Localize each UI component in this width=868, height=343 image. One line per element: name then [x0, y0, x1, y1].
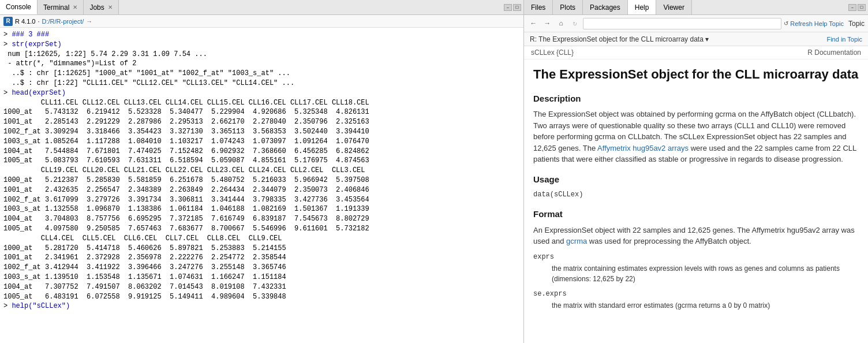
project-path[interactable]: D:/R/R-project/ — [42, 18, 84, 25]
topic-label: Topic — [848, 20, 865, 28]
param-exprs-desc: the matrix containing estimates expressi… — [552, 263, 859, 284]
section-usage-heading: Usage — [533, 173, 859, 187]
terminal-close-icon[interactable]: ✕ — [73, 4, 77, 10]
refresh-help-topic-button[interactable]: ↺ Refresh Help Topic — [784, 20, 844, 27]
param-seexprs-desc: the matrix with standard error estimates… — [552, 300, 859, 311]
minimize-button[interactable]: – — [504, 4, 512, 11]
refresh-help-label: Refresh Help Topic — [790, 20, 844, 27]
right-minimize-button[interactable]: – — [848, 4, 856, 11]
tab-console[interactable]: Console — [0, 0, 38, 14]
section-description-heading: Description — [533, 92, 859, 106]
tab-plots[interactable]: Plots — [553, 0, 583, 14]
viewer-tab-label: Viewer — [663, 3, 684, 12]
path-bar: R R 4.1.0 · D:/R/R-project/ → — [0, 15, 523, 28]
help-breadcrumb[interactable]: R: The ExpressionSet object for the CLL … — [530, 35, 823, 43]
section-format-heading: Format — [533, 208, 859, 221]
find-in-topic-button[interactable]: Find in Topic — [826, 36, 862, 43]
maximize-button[interactable]: □ — [513, 4, 521, 11]
help-title: The ExpressionSet object for the CLL mic… — [533, 66, 859, 83]
forward-button[interactable]: → — [541, 18, 553, 29]
jobs-tab-label: Jobs — [89, 3, 104, 12]
packages-tab-label: Packages — [590, 3, 620, 12]
console-area[interactable]: > ### 3 ### > str(exprSet) num [1:12625,… — [0, 28, 523, 343]
right-window-controls: – □ — [848, 0, 868, 14]
doc-meta: sCLLex {CLL} R Documentation — [524, 46, 868, 59]
path-separator: · — [38, 18, 39, 25]
right-tab-bar: Files Plots Packages Help Viewer – □ — [524, 0, 868, 15]
back-button[interactable]: ← — [527, 18, 539, 29]
help-tab-label: Help — [635, 3, 649, 12]
right-toolbar: ← → ⌂ ↻ ↺ Refresh Help Topic Topic — [524, 15, 868, 32]
console-tab-label: Console — [6, 3, 31, 11]
left-window-controls: – □ — [504, 0, 523, 14]
right-panel: Files Plots Packages Help Viewer – □ ← →… — [524, 0, 868, 343]
tab-viewer[interactable]: Viewer — [656, 0, 691, 14]
param-exprs-name: exprs — [533, 252, 859, 262]
package-ref: sCLLex {CLL} — [531, 49, 574, 57]
home-button[interactable]: ⌂ — [555, 18, 567, 29]
files-tab-label: Files — [531, 3, 545, 12]
tab-help[interactable]: Help — [628, 0, 657, 14]
tab-jobs[interactable]: Jobs ✕ — [84, 0, 118, 14]
console-output: > ### 3 ### > str(exprSet) num [1:12625,… — [3, 30, 520, 311]
plots-tab-label: Plots — [560, 3, 575, 12]
terminal-tab-label: Terminal — [43, 3, 69, 12]
refresh-button[interactable]: ↻ — [569, 18, 581, 29]
jobs-close-icon[interactable]: ✕ — [108, 4, 113, 10]
param-seexprs-name: se.exprs — [533, 289, 859, 299]
help-search-input[interactable] — [583, 18, 781, 29]
doc-type: R Documentation — [807, 49, 861, 57]
section-description-body: The ExpressionSet object was obtained by… — [533, 109, 859, 165]
right-maximize-button[interactable]: □ — [858, 4, 866, 11]
help-content[interactable]: The ExpressionSet object for the CLL mic… — [524, 59, 868, 343]
r-version: R 4.1.0 — [15, 18, 35, 25]
path-arrow: → — [86, 18, 92, 25]
section-usage-code: data(sCLLex) — [533, 189, 859, 200]
left-tab-bar: Console Terminal ✕ Jobs ✕ – □ — [0, 0, 523, 15]
section-format-body: An ExpressionSet object with 22 samples … — [533, 225, 859, 247]
tab-packages[interactable]: Packages — [583, 0, 628, 14]
r-badge: R — [3, 17, 13, 26]
tab-terminal[interactable]: Terminal ✕ — [38, 0, 84, 14]
left-panel: Console Terminal ✕ Jobs ✕ – □ R R 4.1.0 … — [0, 0, 524, 343]
find-in-topic-bar: R: The ExpressionSet object for the CLL … — [524, 32, 868, 46]
tab-files[interactable]: Files — [524, 0, 553, 14]
